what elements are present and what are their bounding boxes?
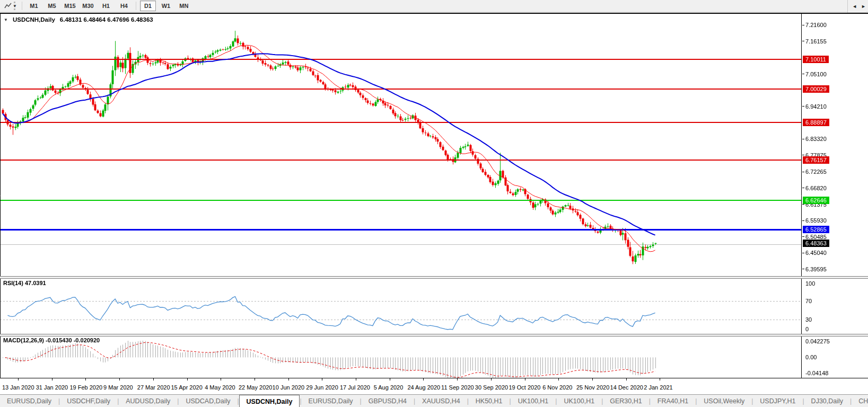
tab-eurusd-daily[interactable]: EURUSD,Daily xyxy=(0,395,58,407)
indicator-axis-label: 100 xyxy=(805,280,815,287)
macd-indicator-label: MACD(12,26,9) -0.015430 -0.020920 xyxy=(3,337,100,343)
date-axis-label: 24 Aug 2020 xyxy=(407,384,440,391)
date-axis-label: 29 Jun 2020 xyxy=(306,384,338,391)
chart-symbol-period: USDCNH,Daily xyxy=(13,16,55,23)
axis-tick-mark xyxy=(802,155,804,155)
axis-tick-mark xyxy=(802,236,804,237)
axis-tick-mark xyxy=(802,139,804,139)
axis-tick-mark xyxy=(802,269,804,269)
indicator-axis-label: 30 xyxy=(805,316,812,323)
date-axis-label: 30 Sep 2020 xyxy=(475,384,508,391)
date-axis-label: 19 Feb 2020 xyxy=(69,384,102,391)
chevron-down-icon: ▼ xyxy=(13,4,17,8)
axis-tick-mark xyxy=(187,378,188,381)
axis-tick-mark xyxy=(592,378,593,381)
macd-panel-separator[interactable] xyxy=(0,334,868,337)
axis-tick-mark xyxy=(221,378,221,381)
timeframe-button-w1[interactable]: W1 xyxy=(158,1,174,11)
date-axis[interactable]: 13 Jan 202031 Jan 202019 Feb 20209 Mar 2… xyxy=(0,378,868,394)
indicator-axis-label: 0 xyxy=(805,326,809,332)
axis-tick-mark xyxy=(802,220,804,221)
timeframe-button-h4[interactable]: H4 xyxy=(116,1,132,11)
axis-tick-mark xyxy=(802,253,804,253)
date-axis-label: 27 Mar 2020 xyxy=(137,384,170,391)
axis-tick-mark xyxy=(85,378,86,381)
tab-hk50-h1[interactable]: HK50,H1 xyxy=(469,395,510,407)
tab-uk100-h1[interactable]: UK100,H1 xyxy=(557,395,601,407)
price-axis-label: 6.94210 xyxy=(805,103,827,110)
tab-xauusd-h4[interactable]: XAUUSD,H4 xyxy=(415,395,467,407)
timeframe-button-mn[interactable]: MN xyxy=(176,1,192,11)
tab-audusd-daily[interactable]: AUDUSD,Daily xyxy=(119,395,177,407)
price-axis-label: 6.55930 xyxy=(805,217,827,224)
tab-fra40-h1[interactable]: FRA40,H1 xyxy=(651,395,695,407)
date-axis-label: 11 Sep 2020 xyxy=(441,384,474,391)
axis-tick-mark xyxy=(423,378,424,381)
axis-tick-mark xyxy=(802,106,804,107)
tab-usdchf-daily[interactable]: USDCHF,Daily xyxy=(60,395,117,407)
tab-usoil-weekly[interactable]: USOil,Weekly xyxy=(697,395,751,407)
tab-usdcnh-daily[interactable]: USDCNH,Daily xyxy=(239,395,300,407)
axis-tick-mark xyxy=(802,41,804,41)
timeframe-button-m5[interactable]: M5 xyxy=(44,1,60,11)
timeframe-toolbar: ▼ M1M5M15M30H1H4D1W1MN ▲ xyxy=(0,0,868,12)
level-price-tag: 7.00029 xyxy=(803,85,829,93)
date-axis-label: 31 Jan 2020 xyxy=(36,384,68,391)
axis-tick-mark xyxy=(558,378,559,381)
timeframe-button-d1[interactable]: D1 xyxy=(140,1,156,11)
axis-tick-mark xyxy=(802,25,804,25)
chart-tab-bar: EURUSD,Daily|USDCHF,Daily|AUDUSD,Daily|U… xyxy=(0,394,868,407)
tab-gbpusd-h4[interactable]: GBPUSD,H4 xyxy=(362,395,414,407)
timeframe-button-m15[interactable]: M15 xyxy=(62,1,78,11)
axis-tick-mark xyxy=(525,378,525,381)
date-axis-label: 25 Nov 2020 xyxy=(576,384,609,391)
chart-ohlc-values: 6.48131 6.48464 6.47696 6.48363 xyxy=(60,16,153,23)
timeframe-button-m1[interactable]: M1 xyxy=(26,1,42,11)
price-axis-label: 7.05100 xyxy=(805,71,827,77)
axis-tick-mark xyxy=(153,378,154,381)
timeframe-button-m30[interactable]: M30 xyxy=(80,1,96,11)
toolbar-separator xyxy=(136,2,136,10)
timeframe-button-h1[interactable]: H1 xyxy=(98,1,114,11)
axis-tick-mark xyxy=(457,378,458,381)
tab-scroll-left-icon[interactable]: ◄ xyxy=(852,4,857,9)
tab-scroll-arrows: ◄ ► xyxy=(847,0,866,13)
rsi-indicator-label: RSI(14) 47.0391 xyxy=(3,280,46,286)
level-price-tag: 6.76157 xyxy=(803,156,829,164)
axis-tick-mark xyxy=(255,378,255,381)
price-axis-label: 6.39595 xyxy=(805,266,827,272)
chart-line-icon xyxy=(4,3,12,9)
tab-uk100-h1[interactable]: UK100,H1 xyxy=(511,395,556,407)
date-axis-label: 17 Jul 2020 xyxy=(340,384,370,391)
price-chart-canvas[interactable] xyxy=(0,14,802,378)
tab-usdcad-daily[interactable]: USDCAD,Daily xyxy=(179,395,237,407)
date-axis-label: 15 Apr 2020 xyxy=(171,384,203,391)
level-price-tag: 6.62646 xyxy=(803,197,829,204)
tab-dj30-daily[interactable]: DJ30,Daily xyxy=(804,395,850,407)
tab-china300-h1[interactable]: CHINA300,H1 xyxy=(852,395,868,407)
current-price-tag: 6.48363 xyxy=(803,240,829,247)
date-axis-label: 22 May 2020 xyxy=(239,384,273,391)
level-price-tag: 6.52865 xyxy=(803,226,829,233)
tab-ger30-h1[interactable]: GER30,H1 xyxy=(603,395,648,407)
tab-usdjpy-h1[interactable]: USDJPY,H1 xyxy=(753,395,802,407)
tab-scroll-right-icon[interactable]: ► xyxy=(861,4,866,9)
indicator-axis-label: 0.042275 xyxy=(805,338,830,344)
axis-tick-mark xyxy=(18,378,19,381)
indicator-axis-label: 0.00 xyxy=(805,354,817,360)
rsi-panel-separator[interactable] xyxy=(0,276,868,279)
chart-cursor-button[interactable]: ▼ xyxy=(2,3,19,9)
axis-tick-mark xyxy=(119,378,120,381)
tab-eurusd-daily[interactable]: EURUSD,Daily xyxy=(302,395,360,407)
axis-tick-mark xyxy=(491,378,492,381)
price-axis[interactable]: 7.216007.161557.051006.942106.833206.778… xyxy=(802,14,868,378)
axis-tick-mark xyxy=(288,378,289,381)
date-axis-label: 6 Nov 2020 xyxy=(542,384,572,391)
axis-tick-mark xyxy=(802,172,804,172)
date-axis-label: 4 May 2020 xyxy=(205,384,235,391)
chart-menu-icon[interactable]: ▼ xyxy=(4,17,8,22)
date-axis-label: 2 Jan 2021 xyxy=(644,384,672,391)
price-axis-label: 6.72265 xyxy=(805,169,827,175)
timeframe-buttons: M1M5M15M30H1H4D1W1MN xyxy=(25,1,193,11)
toolbar-separator xyxy=(22,2,22,10)
